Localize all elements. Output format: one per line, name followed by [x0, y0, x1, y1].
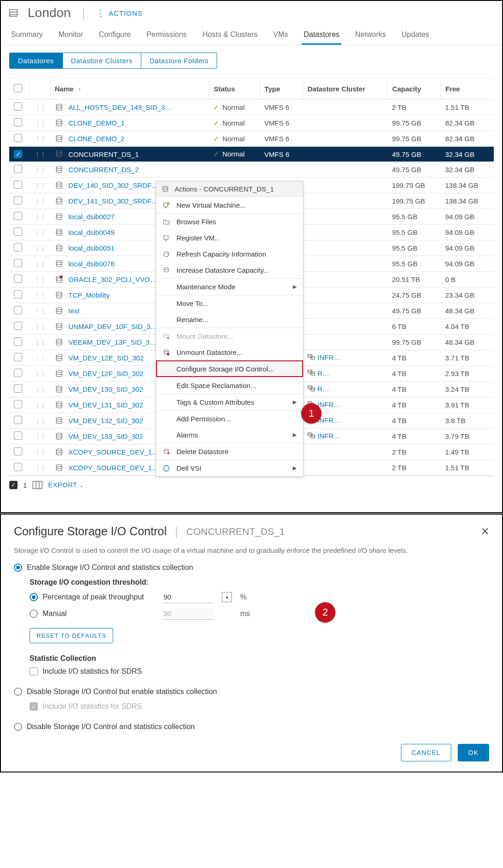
row-checkbox[interactable]	[14, 322, 22, 330]
drag-handle-icon[interactable]: ⋮⋮	[34, 464, 45, 472]
tab-updates[interactable]: Updates	[400, 28, 431, 45]
datastore-link[interactable]: XCOPY_SOURCE_DEV_1…	[68, 448, 159, 456]
drag-handle-icon[interactable]: ⋮⋮	[34, 433, 45, 440]
row-checkbox[interactable]	[14, 463, 22, 471]
drag-handle-icon[interactable]: ⋮⋮	[34, 401, 45, 409]
column-chooser-icon[interactable]	[32, 481, 42, 489]
drag-handle-icon[interactable]: ⋮⋮	[34, 323, 45, 330]
row-checkbox[interactable]	[14, 416, 22, 424]
ctx-item-maintenance-mode[interactable]: Maintenance Mode▶	[156, 278, 303, 295]
cancel-button[interactable]: CANCEL	[401, 744, 451, 761]
datastore-link[interactable]: VM_DEV_132_SID_302	[68, 417, 143, 425]
ctx-item-add-permission[interactable]: Add Permission...	[156, 410, 303, 427]
datastore-link[interactable]: DEV_140_SID_302_SRDF…	[68, 181, 158, 189]
row-checkbox[interactable]	[14, 134, 22, 142]
tab-networks[interactable]: Networks	[353, 28, 388, 45]
ctx-item-delete-datastore[interactable]: Delete Datastore	[156, 443, 303, 460]
table-row[interactable]: ⋮⋮CLONE_DEMO_2✓NormalVMFS 699.75 GB82.34…	[9, 131, 494, 147]
datastore-link[interactable]: VM_DEV_130_SID_302	[68, 385, 143, 393]
drag-handle-icon[interactable]: ⋮⋮	[34, 182, 45, 189]
datastore-link[interactable]: CONCURRENT_DS_1	[68, 150, 139, 158]
drag-handle-icon[interactable]: ⋮⋮	[34, 386, 45, 393]
actions-menu[interactable]: ⋮ ACTIONS	[96, 9, 143, 17]
drag-handle-icon[interactable]: ⋮⋮	[34, 370, 45, 377]
datastore-link[interactable]: VM_DEV_133_SID_302	[68, 432, 143, 440]
datastore-link[interactable]: UNMAP_DEV_10F_SID_3…	[68, 323, 158, 330]
drag-handle-icon[interactable]: ⋮⋮	[34, 276, 45, 283]
tab-summary[interactable]: Summary	[9, 28, 44, 45]
datastore-link[interactable]: local_dsib0027	[68, 213, 115, 221]
row-checkbox[interactable]: ✓	[14, 150, 22, 158]
radio-threshold-manual[interactable]	[30, 610, 38, 618]
ctx-item-rename[interactable]: Rename...	[156, 311, 303, 328]
drag-handle-icon[interactable]: ⋮⋮	[34, 292, 45, 299]
datastore-link[interactable]: TCP_Mobility	[68, 291, 109, 299]
drag-handle-icon[interactable]: ⋮⋮	[34, 229, 45, 236]
subtab-datastores[interactable]: Datastores	[9, 53, 63, 69]
pct-stepper[interactable]: ▾	[222, 592, 232, 602]
datastore-link[interactable]: ALL_HOSTS_DEV_149_SID_3…	[68, 103, 172, 111]
tab-configure[interactable]: Configure	[97, 28, 133, 45]
datastore-link[interactable]: DEV_141_SID_302_SRDF…	[68, 197, 158, 205]
row-checkbox[interactable]	[14, 400, 22, 408]
drag-handle-icon[interactable]: ⋮⋮	[34, 354, 45, 362]
drag-handle-icon[interactable]: ⋮⋮	[34, 213, 45, 221]
cluster-link[interactable]: INFR…	[307, 353, 340, 361]
drag-handle-icon[interactable]: ⋮⋮	[34, 151, 45, 158]
tab-monitor[interactable]: Monitor	[56, 28, 85, 45]
row-checkbox[interactable]	[14, 180, 22, 189]
subtab-datastore-folders[interactable]: Datastore Folders	[141, 53, 218, 69]
col-capacity[interactable]: Capacity	[388, 78, 441, 100]
datastore-link[interactable]: local_dsib0049	[68, 228, 115, 236]
row-checkbox[interactable]	[14, 118, 22, 126]
row-checkbox[interactable]	[14, 259, 22, 267]
cluster-link[interactable]: R…	[307, 369, 329, 377]
drag-handle-icon[interactable]: ⋮⋮	[34, 135, 45, 143]
drag-handle-icon[interactable]: ⋮⋮	[34, 166, 45, 174]
datastore-link[interactable]: CLONE_DEMO_2	[68, 135, 125, 143]
datastore-link[interactable]: XCOPY_SOURCE_DEV_1…	[68, 464, 159, 472]
cluster-link[interactable]: INFR…	[307, 432, 340, 440]
ctx-item-alarms[interactable]: Alarms▶	[156, 427, 303, 443]
tab-vms[interactable]: VMs	[271, 28, 290, 45]
row-checkbox[interactable]	[14, 275, 22, 283]
close-icon[interactable]: ✕	[481, 526, 489, 538]
row-checkbox[interactable]	[14, 353, 22, 361]
row-checkbox[interactable]	[14, 196, 22, 204]
col-name[interactable]: Name↑	[50, 78, 209, 100]
reset-defaults-button[interactable]: RESET TO DEFAULTS	[30, 628, 113, 643]
table-row[interactable]: ✓⋮⋮CONCURRENT_DS_1✓NormalVMFS 649.75 GB3…	[9, 147, 494, 162]
row-checkbox[interactable]	[14, 165, 22, 173]
row-checkbox[interactable]	[14, 243, 22, 251]
datastore-link[interactable]: CONCURRENT_DS_2	[68, 166, 139, 174]
row-checkbox[interactable]	[14, 369, 22, 377]
tab-permissions[interactable]: Permissions	[145, 28, 188, 45]
ctx-item-edit-space-reclamation[interactable]: Edit Space Reclamation...	[156, 377, 303, 394]
row-checkbox[interactable]	[14, 102, 22, 111]
row-checkbox[interactable]	[14, 384, 22, 393]
ctx-item-new-virtual-machine[interactable]: New Virtual Machine...	[156, 197, 303, 213]
drag-handle-icon[interactable]: ⋮⋮	[34, 260, 45, 268]
datastore-link[interactable]: ORACLE_302_PCLI_VVO…	[68, 275, 157, 283]
tab-datastores[interactable]: Datastores	[302, 28, 341, 45]
table-row[interactable]: ⋮⋮CLONE_DEMO_1✓NormalVMFS 699.75 GB82.34…	[9, 115, 494, 131]
drag-handle-icon[interactable]: ⋮⋮	[34, 198, 45, 205]
datastore-link[interactable]: local_dsib0078	[68, 260, 115, 268]
ctx-item-tags-custom-attributes[interactable]: Tags & Custom Attributes▶	[156, 394, 303, 410]
datastore-link[interactable]: local_dsib0051	[68, 244, 115, 252]
ctx-item-refresh-capacity-information[interactable]: Refresh Capacity Information	[156, 246, 303, 262]
ok-button[interactable]: OK	[458, 744, 489, 761]
drag-handle-icon[interactable]: ⋮⋮	[34, 307, 45, 315]
col-free[interactable]: Free	[441, 78, 494, 100]
ctx-item-increase-datastore-capacity[interactable]: Increase Datastore Capacity...	[156, 262, 303, 278]
col-type[interactable]: Type	[260, 78, 303, 100]
ctx-item-move-to[interactable]: Move To...	[156, 295, 303, 311]
radio-enable-sioc[interactable]	[14, 563, 22, 572]
select-all-checkbox[interactable]	[14, 84, 22, 92]
datastore-link[interactable]: test	[68, 307, 79, 315]
table-row[interactable]: ⋮⋮CONCURRENT_DS_249.75 GB32.34 GB	[9, 162, 494, 178]
row-checkbox[interactable]	[14, 447, 22, 455]
drag-handle-icon[interactable]: ⋮⋮	[34, 104, 45, 111]
ctx-item-configure-storage-i-o-control[interactable]: Configure Storage I/O Control...	[156, 360, 303, 377]
drag-handle-icon[interactable]: ⋮⋮	[34, 449, 45, 456]
